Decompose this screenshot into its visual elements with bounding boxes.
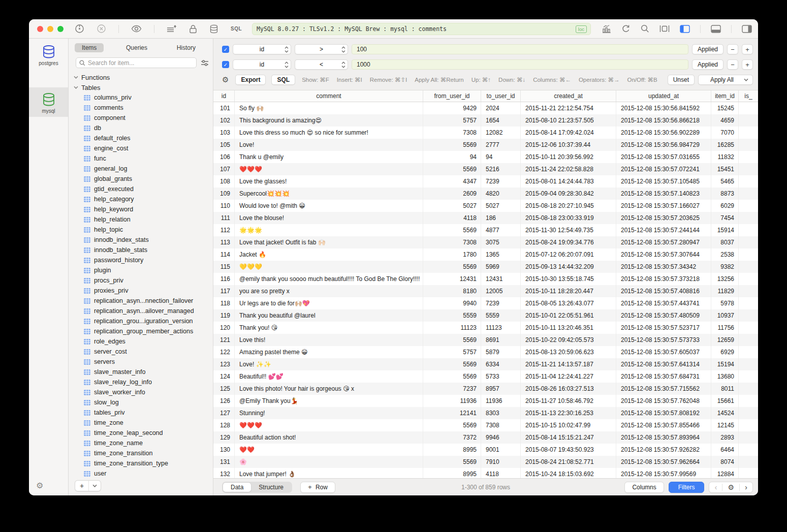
cell-is_[interactable] (739, 102, 758, 114)
cell-comment[interactable]: Love the glasses! (235, 175, 423, 187)
cell-updated_at[interactable]: 2015-12-08 15:30:57.307644 (616, 248, 711, 261)
cell-created_at[interactable]: 2015-11-30 12:54:49.735 (521, 224, 616, 236)
cell-comment[interactable]: Love this photo! Your hair is gorgeous 😘… (235, 383, 423, 395)
cell-item_id[interactable]: 8074 (711, 456, 739, 468)
cell-updated_at[interactable]: 2015-12-08 15:30:57.893964 (616, 431, 711, 444)
cell-to_user_id[interactable]: 94 (481, 151, 521, 163)
cell-comment[interactable]: 🌟🌟🌟 (235, 224, 423, 236)
cell-to_user_id[interactable]: 1654 (481, 114, 521, 127)
cell-updated_at[interactable]: 2015-12-08 15:30:57.573733 (616, 334, 711, 346)
cell-created_at[interactable]: 2015-08-13 20:59:06.623 (521, 346, 616, 358)
cell-id[interactable]: 101 (213, 102, 235, 114)
filter-column-select[interactable]: id (233, 59, 291, 70)
cell-comment[interactable]: Love that jacket! Outfit is fab 🙌🏻 (235, 236, 423, 248)
cell-created_at[interactable]: 2015-08-18 20:27:10.945 (521, 200, 616, 212)
cell-item_id[interactable]: 13680 (711, 370, 739, 383)
cell-to_user_id[interactable]: 8957 (481, 383, 521, 395)
cell-to_user_id[interactable]: 186 (481, 212, 521, 224)
cell-from_user_id[interactable]: 4347 (423, 175, 481, 187)
tab-items[interactable]: Items (75, 43, 104, 52)
cell-comment[interactable]: Thank u @emily (235, 151, 423, 163)
table-row[interactable]: 114Jacket 🔥178013652015-07-12 06:20:07.0… (213, 248, 758, 261)
cell-is_[interactable] (739, 431, 758, 444)
table-row[interactable]: 105Love!556927772015-12-06 10:37:39.4420… (213, 139, 758, 151)
chevron-down-icon[interactable] (89, 484, 101, 487)
cell-created_at[interactable]: 2015-08-26 16:03:27.513 (521, 383, 616, 395)
cell-from_user_id[interactable]: 94 (423, 151, 481, 163)
unset-button[interactable]: Unset (668, 75, 695, 85)
cell-item_id[interactable]: 5465 (711, 175, 739, 187)
cell-is_[interactable] (739, 297, 758, 309)
cell-id[interactable]: 117 (213, 285, 235, 297)
cell-created_at[interactable]: 2015-08-18 23:00:33.919 (521, 212, 616, 224)
focus-mode-icon[interactable] (659, 25, 670, 33)
cell-to_user_id[interactable]: 5969 (481, 261, 521, 273)
cell-id[interactable]: 107 (213, 163, 235, 175)
cell-id[interactable]: 126 (213, 395, 235, 407)
cell-item_id[interactable]: 4659 (711, 114, 739, 127)
cell-created_at[interactable]: 2015-10-01 22:05:51.961 (521, 309, 616, 322)
cell-id[interactable]: 105 (213, 139, 235, 151)
cell-id[interactable]: 130 (213, 444, 235, 456)
table-row[interactable]: 106Thank u @emily94942015-10-11 20:39:56… (213, 151, 758, 163)
cell-is_[interactable] (739, 444, 758, 456)
cell-item_id[interactable]: 8037 (711, 236, 739, 248)
cell-is_[interactable] (739, 395, 758, 407)
cell-item_id[interactable]: 2893 (711, 431, 739, 444)
sidebar-table-item[interactable]: time_zone_name (69, 438, 213, 448)
table-row[interactable]: 116@emily thank you soooo much beautiful… (213, 273, 758, 285)
cell-updated_at[interactable]: 2015-12-08 15:30:57.280947 (616, 236, 711, 248)
table-row[interactable]: 108Love the glasses!434772392015-08-01 1… (213, 175, 758, 187)
disconnect-icon[interactable] (97, 24, 106, 34)
cell-item_id[interactable]: 10937 (711, 309, 739, 322)
cell-created_at[interactable]: 2015-09-04 09:28:30.842 (521, 187, 616, 200)
cell-to_user_id[interactable]: 6334 (481, 358, 521, 370)
sidebar-table-item[interactable]: innodb_index_stats (69, 235, 213, 245)
cell-from_user_id[interactable]: 5569 (423, 456, 481, 468)
cell-created_at[interactable]: 2015-10-24 18:15:03.692 (521, 468, 616, 478)
cell-to_user_id[interactable]: 7308 (481, 419, 521, 431)
cell-from_user_id[interactable]: 5757 (423, 114, 481, 127)
table-row[interactable]: 123Love! ✨✨556963342015-11-21 14:13:57.1… (213, 358, 758, 370)
sidebar-table-item[interactable]: global_grants (69, 174, 213, 184)
cell-is_[interactable] (739, 309, 758, 322)
cell-to_user_id[interactable]: 5027 (481, 200, 521, 212)
cell-id[interactable]: 132 (213, 468, 235, 478)
settings-gear-icon[interactable]: ⚙ (36, 481, 43, 490)
cell-from_user_id[interactable]: 2609 (423, 187, 481, 200)
cell-is_[interactable] (739, 139, 758, 151)
cell-is_[interactable] (739, 407, 758, 419)
cell-updated_at[interactable]: 2015-12-08 15:30:57.105485 (616, 175, 711, 187)
sidebar-table-item[interactable]: time_zone (69, 418, 213, 428)
cell-to_user_id[interactable]: 9001 (481, 444, 521, 456)
sidebar-table-item[interactable]: role_edges (69, 336, 213, 347)
cell-from_user_id[interactable]: 5569 (423, 139, 481, 151)
cell-id[interactable]: 122 (213, 346, 235, 358)
cell-created_at[interactable]: 2015-10-11 18:28:20.447 (521, 285, 616, 297)
cell-from_user_id[interactable]: 5559 (423, 309, 481, 322)
cell-comment[interactable]: Love the blouse! (235, 212, 423, 224)
tables-section[interactable]: Tables (69, 82, 213, 92)
column-header-updated_at[interactable]: updated_at (616, 90, 711, 102)
table-row[interactable]: 118Ur legs are to die for🙌🏼💖994072392015… (213, 297, 758, 309)
cell-updated_at[interactable]: 2015-12-08 15:30:57.762048 (616, 395, 711, 407)
tab-queries[interactable]: Queries (119, 43, 154, 52)
cell-updated_at[interactable]: 2015-12-08 15:30:57.684731 (616, 370, 711, 383)
cell-is_[interactable] (739, 236, 758, 248)
cell-to_user_id[interactable]: 4820 (481, 187, 521, 200)
tab-structure[interactable]: Structure (251, 483, 291, 492)
add-filter-button[interactable]: + (742, 59, 753, 70)
cell-to_user_id[interactable]: 9946 (481, 431, 521, 444)
sidebar-table-item[interactable]: replication_grou...iguration_version (69, 316, 213, 326)
cell-updated_at[interactable]: 2015-12-08 15:30:57.244144 (616, 224, 711, 236)
table-row[interactable]: 119Thank you beautiful @laurel5559555920… (213, 309, 758, 322)
cell-item_id[interactable]: 11829 (711, 285, 739, 297)
cell-updated_at[interactable]: 2015-12-08 15:30:56.984729 (616, 139, 711, 151)
cell-created_at[interactable]: 2015-10-11 13:20:46.351 (521, 322, 616, 334)
cell-is_[interactable] (739, 346, 758, 358)
cell-to_user_id[interactable]: 5733 (481, 370, 521, 383)
cell-updated_at[interactable]: 2015-12-08 15:30:57.962664 (616, 456, 711, 468)
table-row[interactable]: 127Stunning!1214183032015-11-13 22:30:16… (213, 407, 758, 419)
cell-to_user_id[interactable]: 5879 (481, 346, 521, 358)
sidebar-table-item[interactable]: help_topic (69, 225, 213, 235)
